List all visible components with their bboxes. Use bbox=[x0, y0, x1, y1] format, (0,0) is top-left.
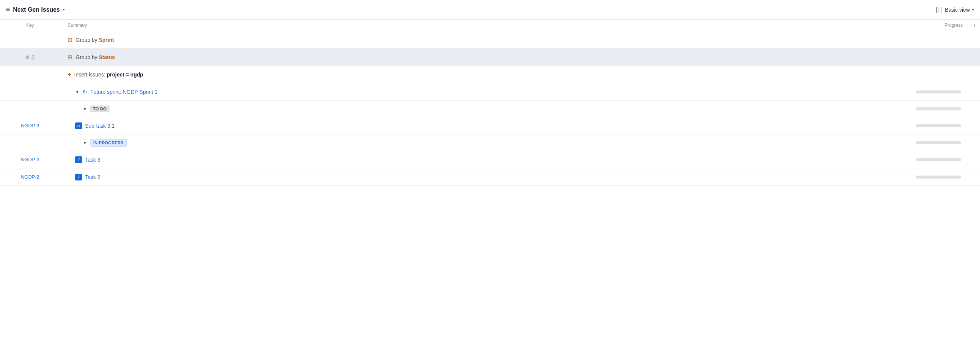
ngdp9-label[interactable]: Sub-task 3.1 bbox=[85, 123, 115, 129]
col-summary: Summary bbox=[60, 22, 893, 28]
task3-icon: ✓ bbox=[75, 157, 82, 163]
sprint-label[interactable]: Future sprint: NGDP Sprint 1 bbox=[90, 89, 158, 95]
ngdp9-row: NGDP-9 ⊡ Sub-task 3.1 bbox=[0, 117, 980, 134]
todo-status-row: ▼ TO DO bbox=[0, 101, 980, 117]
ngdp3-key[interactable]: NGDP-3 bbox=[0, 157, 60, 162]
group-by-status-row: ⊞ Group by Status bbox=[0, 49, 980, 66]
progress-bar-ngdp9 bbox=[916, 124, 961, 127]
progress-cell-ngdp9 bbox=[893, 124, 969, 127]
insert-issues-row: + Insert issues: project = ngdp bbox=[0, 66, 980, 83]
inprogress-badge: IN PROGRESS bbox=[90, 139, 127, 147]
group-by-sprint-row: ⊞ Group by Sprint bbox=[0, 31, 980, 49]
sprint-chevron-icon[interactable]: ▼ bbox=[75, 89, 80, 94]
view-label: Basic view bbox=[945, 7, 970, 13]
drag-handle-icon[interactable] bbox=[32, 54, 35, 59]
top-bar-left: ≡ Next Gen Issues ▾ bbox=[6, 6, 65, 14]
title-chevron-icon[interactable]: ▾ bbox=[63, 8, 65, 12]
ngdp2-row: NGDP-2 ✓ Task 2 bbox=[0, 168, 980, 186]
group-status-label[interactable]: Group by Status bbox=[76, 54, 115, 60]
progress-cell-sprint bbox=[893, 90, 969, 93]
column-headers: Key Summary Progress + bbox=[0, 19, 980, 31]
group-status-icon: ⊞ bbox=[68, 54, 73, 61]
add-column-button[interactable]: + bbox=[969, 22, 980, 29]
todo-chevron-icon[interactable]: ▼ bbox=[83, 107, 87, 111]
group-by-status-content: ⊞ Group by Status bbox=[60, 54, 893, 61]
task2-icon: ✓ bbox=[75, 174, 82, 181]
ngdp3-row: NGDP-3 ✓ Task 3 bbox=[0, 151, 980, 168]
insert-issues-content: + Insert issues: project = ngdp bbox=[60, 71, 893, 78]
group-by-sprint-content: ⊞ Group by Sprint bbox=[60, 37, 893, 43]
todo-badge: TO DO bbox=[90, 105, 110, 112]
insert-plus-icon: + bbox=[68, 71, 71, 78]
progress-cell-ngdp3 bbox=[893, 158, 969, 161]
view-chevron-icon: ▾ bbox=[972, 8, 974, 12]
ngdp2-key[interactable]: NGDP-2 bbox=[0, 174, 60, 180]
list-icon: ≡ bbox=[6, 6, 10, 14]
progress-bar-ngdp3 bbox=[916, 158, 961, 161]
view-selector[interactable]: ||| Basic view ▾ bbox=[935, 6, 974, 13]
ngdp3-content: ✓ Task 3 bbox=[60, 157, 893, 163]
inprogress-status-row: ▼ IN PROGRESS bbox=[0, 134, 980, 151]
progress-bar-todo bbox=[916, 107, 961, 110]
inprogress-chevron-icon[interactable]: ▼ bbox=[83, 141, 87, 145]
group-sprint-icon: ⊞ bbox=[68, 37, 73, 43]
ngdp9-content: ⊡ Sub-task 3.1 bbox=[60, 123, 893, 129]
todo-status-content: ▼ TO DO bbox=[60, 105, 893, 112]
progress-bar-ngdp2 bbox=[916, 176, 961, 179]
bars-icon: ||| bbox=[935, 6, 942, 13]
ngdp9-key[interactable]: NGDP-9 bbox=[0, 123, 60, 128]
page-title: Next Gen Issues bbox=[13, 6, 60, 13]
row-key-controls bbox=[0, 54, 60, 59]
subtask-icon: ⊡ bbox=[75, 123, 82, 129]
insert-issues-label[interactable]: Insert issues: project = ngdp bbox=[74, 72, 143, 78]
progress-bar-sprint bbox=[916, 90, 961, 93]
future-sprint-row: ▼ ↻ Future sprint: NGDP Sprint 1 bbox=[0, 83, 980, 101]
progress-bar-inprogress bbox=[916, 141, 961, 144]
ngdp2-label[interactable]: Task 2 bbox=[85, 174, 100, 180]
progress-cell-ngdp2 bbox=[893, 176, 969, 179]
top-bar: ≡ Next Gen Issues ▾ ||| Basic view ▾ bbox=[0, 0, 980, 19]
ngdp3-label[interactable]: Task 3 bbox=[85, 157, 100, 163]
group-sprint-label[interactable]: Group by Sprint bbox=[76, 37, 114, 43]
inprogress-status-content: ▼ IN PROGRESS bbox=[60, 139, 893, 147]
table-body: ⊞ Group by Sprint bbox=[0, 31, 980, 186]
future-sprint-content: ▼ ↻ Future sprint: NGDP Sprint 1 bbox=[60, 88, 893, 95]
progress-cell-inprogress bbox=[893, 141, 969, 144]
progress-cell-todo bbox=[893, 107, 969, 110]
sprint-refresh-icon: ↻ bbox=[83, 88, 88, 95]
ngdp2-content: ✓ Task 2 bbox=[60, 174, 893, 181]
col-key: Key bbox=[0, 22, 60, 28]
col-progress: Progress bbox=[893, 22, 969, 28]
dot-indicator bbox=[25, 55, 29, 59]
